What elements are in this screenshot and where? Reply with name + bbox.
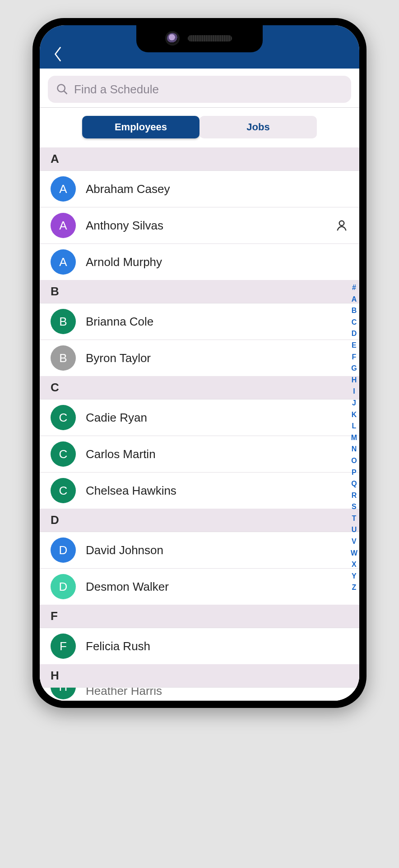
index-letter[interactable]: W [351,548,357,558]
avatar: D [51,537,76,563]
index-letter[interactable]: Z [351,583,357,592]
index-letter[interactable]: I [351,386,357,396]
search-input[interactable] [74,83,343,96]
index-letter[interactable]: J [351,398,357,408]
index-letter[interactable]: Q [351,479,357,489]
search-icon [56,83,69,96]
employee-name: Byron Taylor [86,351,348,365]
index-letter[interactable]: Y [351,571,357,581]
phone-frame: Employees Jobs AAAbraham CaseyAAnthony S… [32,18,367,708]
index-letter[interactable]: K [351,410,357,420]
screen: Employees Jobs AAAbraham CaseyAAnthony S… [40,25,359,701]
avatar: B [51,309,76,334]
index-letter[interactable]: D [351,329,357,339]
index-letter[interactable]: S [351,502,357,512]
index-letter[interactable]: H [351,375,357,385]
index-letter[interactable]: N [351,444,357,454]
speaker-grille-icon [188,35,232,41]
employee-name: Cadie Ryan [86,411,348,425]
tab-jobs[interactable]: Jobs [200,116,317,138]
employee-name: Arnold Murphy [86,255,348,269]
index-letter[interactable]: P [351,468,357,478]
index-letter[interactable]: U [351,525,357,535]
employee-name: Felicia Rush [86,639,348,653]
chevron-left-icon [53,46,63,63]
avatar: A [51,176,76,202]
employee-row[interactable]: BBrianna Cole [40,303,359,340]
index-letter[interactable]: V [351,537,357,547]
employee-list[interactable]: AAAbraham CaseyAAnthony SilvasAArnold Mu… [40,147,359,701]
employee-row[interactable]: FFelicia Rush [40,628,359,664]
index-letter[interactable]: B [351,306,357,316]
index-letter[interactable]: F [351,352,357,362]
index-letter[interactable]: O [351,456,357,466]
employee-name: David Johnson [86,543,348,557]
employee-name: Carlos Martin [86,447,348,461]
avatar: A [51,213,76,238]
avatar: C [51,405,76,430]
camera-icon [167,33,178,44]
section-header: D [40,509,359,532]
employee-name: Heather Harris [86,687,348,698]
index-letter[interactable]: T [351,514,357,524]
employee-row[interactable]: AArnold Murphy [40,243,359,280]
avatar: A [51,249,76,275]
employee-name: Brianna Cole [86,315,348,329]
section-header: B [40,280,359,303]
index-letter[interactable]: L [351,421,357,431]
employee-row[interactable]: HHeather Harris [40,687,359,701]
back-button[interactable] [48,44,68,64]
svg-point-2 [339,221,344,226]
avatar: C [51,478,76,503]
avatar: B [51,345,76,371]
employee-row[interactable]: AAnthony Silvas [40,207,359,243]
avatar: F [51,634,76,659]
avatar: C [51,441,76,467]
employee-name: Desmon Walker [86,580,348,594]
employee-row[interactable]: DDavid Johnson [40,532,359,568]
employee-name: Anthony Silvas [86,219,325,233]
svg-point-0 [58,85,65,92]
section-header: C [40,376,359,399]
employee-row[interactable]: BByron Taylor [40,340,359,376]
search-bar[interactable] [48,76,351,103]
svg-line-1 [64,91,67,94]
index-letter[interactable]: G [351,363,357,373]
alpha-index[interactable]: #ABCDEFGHIJKLMNOPQRSTUVWXYZ [351,283,357,592]
person-icon [335,219,348,232]
index-letter[interactable]: # [351,283,357,293]
employee-name: Abraham Casey [86,182,348,196]
segmented-control: Employees Jobs [40,108,359,147]
avatar: D [51,574,76,599]
index-letter[interactable]: R [351,491,357,501]
employee-row[interactable]: DDesmon Walker [40,568,359,605]
index-letter[interactable]: A [351,294,357,304]
section-header: F [40,605,359,628]
section-header: A [40,147,359,170]
section-header: H [40,664,359,687]
employee-row[interactable]: CChelsea Hawkins [40,472,359,509]
employee-row[interactable]: AAbraham Casey [40,170,359,207]
index-letter[interactable]: M [351,433,357,443]
avatar: H [51,687,76,699]
employee-row[interactable]: CCadie Ryan [40,399,359,436]
search-bar-container [40,69,359,107]
employee-name: Chelsea Hawkins [86,484,348,498]
device-notch [136,25,263,52]
index-letter[interactable]: E [351,340,357,350]
index-letter[interactable]: C [351,317,357,327]
index-letter[interactable]: X [351,560,357,569]
tab-employees[interactable]: Employees [82,116,200,138]
employee-row[interactable]: CCarlos Martin [40,436,359,472]
